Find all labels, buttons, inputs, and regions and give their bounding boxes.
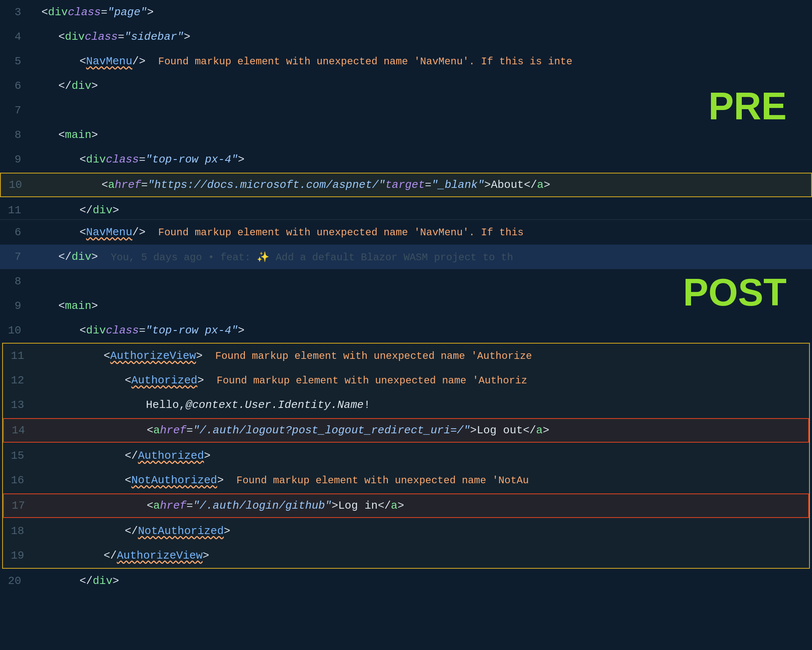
code-line-5: 5 <NavMenu /> Found markup element with … (0, 49, 812, 74)
code-line-7: 7 (0, 98, 812, 123)
code-line-18-post: 18 </NotAuthorized> (3, 519, 809, 543)
yellow-box-post: 11 <AuthorizeView> Found markup element … (2, 343, 810, 569)
line-num-18-post: 18 (3, 525, 33, 537)
line-num-11: 11 (0, 204, 30, 217)
line-num-17-post: 17 (4, 499, 33, 512)
line-num-8-post: 8 (0, 275, 30, 288)
error-notauthorized: Found markup element with unexpected nam… (236, 475, 529, 486)
line-num-16-post: 16 (3, 474, 33, 487)
error-navmenu-pre: Found markup element with unexpected nam… (158, 56, 572, 67)
line-num-13-post: 13 (3, 399, 33, 411)
line-num-14-post: 14 (4, 424, 33, 437)
line-num-3: 3 (0, 6, 30, 19)
line-num-7: 7 (0, 104, 30, 117)
line-num-11-post: 11 (3, 350, 33, 362)
line-num-8: 8 (0, 129, 30, 141)
line-num-7-post: 7 (0, 251, 30, 263)
line-num-9: 9 (0, 153, 30, 166)
code-line-6-post: 6 <NavMenu /> Found markup element with … (0, 220, 812, 245)
line-num-6: 6 (0, 80, 30, 92)
code-line-6: 6 </div> (0, 74, 812, 98)
code-line-11-pre: 11 </div> (0, 198, 812, 220)
error-authorized: Found markup element with unexpected nam… (217, 375, 527, 386)
line-num-10: 10 (1, 179, 30, 191)
code-line-19-post: 19 </AuthorizeView> (3, 543, 809, 568)
line-num-20-post: 20 (0, 575, 30, 587)
code-line-16-post: 16 <NotAuthorized> Found markup element … (3, 468, 809, 493)
error-authorizeview: Found markup element with unexpected nam… (215, 350, 532, 362)
code-line-9: 9 <div class="top-row px-4"> (0, 147, 812, 172)
code-line-13-post: 13 Hello, @context.User.Identity.Name! (3, 393, 809, 417)
line-num-6-post: 6 (0, 226, 30, 239)
pre-section: PRE 3 <div class="page"> 4 <div class="s… (0, 0, 812, 220)
pre-label: PRE (708, 85, 787, 128)
post-section: POST 6 <NavMenu /> Found markup element … (0, 220, 812, 650)
code-line-10-pre: 10 <a href="https://docs.microsoft.com/a… (0, 173, 812, 197)
line-num-5: 5 (0, 55, 30, 68)
code-line-15-post: 15 </Authorized> (3, 443, 809, 468)
code-line-10-post: 10 <div class="top-row px-4"> (0, 318, 812, 343)
code-line-7-post: 7 </div> You, 5 days ago • feat: ✨ Add a… (0, 245, 812, 269)
line-num-9-post: 9 (0, 300, 30, 312)
code-line-11-post: 11 <AuthorizeView> Found markup element … (3, 344, 809, 368)
line-num-19-post: 19 (3, 549, 33, 562)
line-num-10-post: 10 (0, 324, 30, 337)
line-num-15-post: 15 (3, 449, 33, 462)
line-num-12-post: 12 (3, 374, 33, 387)
code-line-12-post: 12 <Authorized> Found markup element wit… (3, 368, 809, 393)
post-label: POST (683, 271, 787, 314)
code-line-3: 3 <div class="page"> (0, 0, 812, 25)
code-line-4: 4 <div class="sidebar"> (0, 25, 812, 49)
code-line-8: 8 <main> (0, 123, 812, 147)
code-line-14-post: 14 <a href="/.auth/logout?post_logout_re… (3, 418, 809, 443)
line-num-4: 4 (0, 30, 30, 43)
editor-container: PRE 3 <div class="page"> 4 <div class="s… (0, 0, 812, 650)
code-line-20-post: 20 </div> (0, 569, 812, 593)
git-blame-7-post: You, 5 days ago • feat: ✨ Add a default … (111, 251, 513, 263)
code-line-17-post: 17 <a href="/.auth/login/github">Log in<… (3, 493, 809, 518)
error-navmenu-post: Found markup element with unexpected nam… (158, 227, 524, 238)
